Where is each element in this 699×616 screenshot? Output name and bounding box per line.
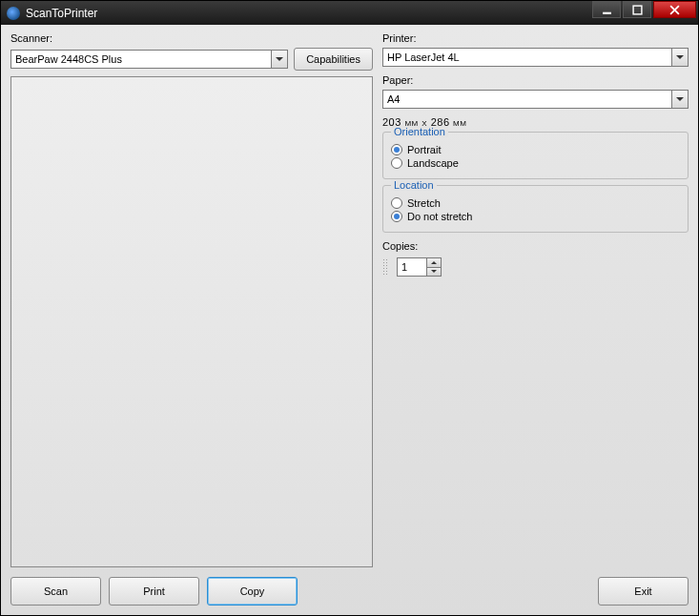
scan-button[interactable]: Scan <box>10 577 101 606</box>
titlebar: ScanToPrinter <box>1 1 698 25</box>
paper-selected-value: A4 <box>387 93 400 105</box>
app-icon <box>7 7 20 20</box>
location-group: Location Stretch Do not stretch <box>382 185 689 233</box>
left-column: Scanner: BearPaw 2448CS Plus Capabilitie… <box>10 31 373 567</box>
printer-selected-value: HP LaserJet 4L <box>387 51 460 63</box>
right-column: Printer: HP LaserJet 4L Paper: A4 203 мм… <box>382 31 689 567</box>
copies-down-button[interactable] <box>427 268 441 277</box>
chevron-down-icon <box>271 51 287 68</box>
chevron-down-icon <box>671 49 688 66</box>
svg-rect-1 <box>633 6 642 14</box>
location-donotstretch-radio[interactable]: Do not stretch <box>391 211 680 222</box>
orientation-landscape-label: Landscape <box>407 157 459 169</box>
copies-stepper[interactable] <box>397 257 442 277</box>
copies-up-button[interactable] <box>427 258 441 268</box>
paper-select[interactable]: A4 <box>382 90 689 109</box>
copy-button[interactable]: Copy <box>207 577 298 606</box>
location-stretch-radio[interactable]: Stretch <box>391 197 680 209</box>
scanner-selected-value: BearPaw 2448CS Plus <box>15 53 122 65</box>
window-controls <box>592 1 698 25</box>
printer-select[interactable]: HP LaserJet 4L <box>382 48 689 67</box>
radio-icon <box>391 197 402 209</box>
capabilities-button[interactable]: Capabilities <box>294 48 373 71</box>
scanner-label: Scanner: <box>10 32 373 44</box>
close-button[interactable] <box>653 1 696 18</box>
printer-label: Printer: <box>382 32 689 44</box>
window-title: ScanToPrinter <box>26 7 592 20</box>
orientation-landscape-radio[interactable]: Landscape <box>391 157 680 169</box>
chevron-down-icon <box>671 91 688 108</box>
orientation-group: Orientation Portrait Landscape <box>382 132 689 179</box>
location-legend: Location <box>391 179 437 191</box>
copies-input[interactable] <box>398 258 426 276</box>
preview-area <box>10 76 373 567</box>
orientation-portrait-radio[interactable]: Portrait <box>391 144 680 155</box>
paper-label: Paper: <box>382 74 689 86</box>
radio-icon <box>391 157 402 169</box>
app-window: ScanToPrinter Scanner: BearPaw 2448CS Pl… <box>0 0 699 616</box>
minimize-button[interactable] <box>592 1 621 18</box>
scanner-select[interactable]: BearPaw 2448CS Plus <box>10 50 288 69</box>
location-stretch-label: Stretch <box>407 197 441 209</box>
orientation-portrait-label: Portrait <box>407 144 441 155</box>
gripper-icon <box>382 258 388 276</box>
radio-icon <box>391 144 402 155</box>
location-donotstretch-label: Do not stretch <box>407 211 472 222</box>
copies-label: Copies: <box>382 240 689 252</box>
radio-icon <box>391 211 402 222</box>
footer: Scan Print Copy Exit <box>10 577 689 606</box>
exit-button[interactable]: Exit <box>598 577 689 606</box>
client-area: Scanner: BearPaw 2448CS Plus Capabilitie… <box>1 25 698 615</box>
print-button[interactable]: Print <box>109 577 199 606</box>
orientation-legend: Orientation <box>391 126 448 137</box>
maximize-button[interactable] <box>623 1 651 18</box>
